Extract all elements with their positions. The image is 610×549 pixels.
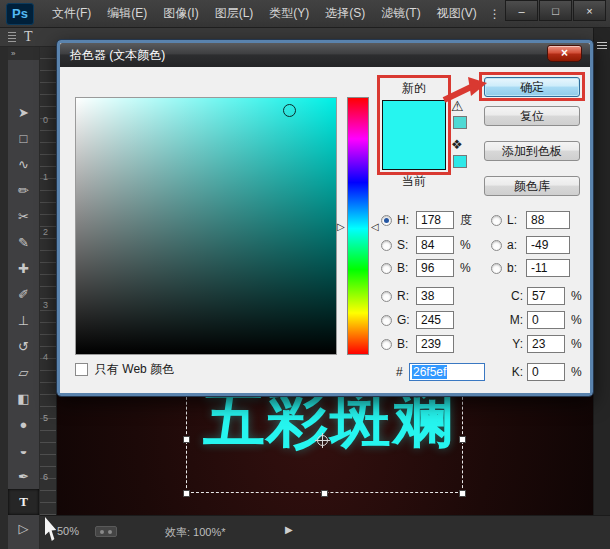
brush-tool[interactable]: ✐ <box>8 281 39 307</box>
type-tool[interactable]: T <box>8 489 39 515</box>
clone-stamp-tool[interactable]: ⊥ <box>8 307 39 333</box>
transform-handle-left[interactable] <box>183 436 190 443</box>
web-safe-swatch[interactable] <box>453 155 467 168</box>
cyan-input[interactable] <box>527 287 565 305</box>
type-tool-indicator-icon: T <box>24 29 33 45</box>
ruler-mark-6: 6 <box>43 472 48 482</box>
transform-handle-bottom-center[interactable] <box>321 490 328 497</box>
dialog-close-button[interactable]: × <box>547 45 582 62</box>
pen-tool[interactable]: ✒ <box>8 463 39 489</box>
brightness-radio[interactable] <box>381 263 392 274</box>
eraser-tool[interactable]: ▱ <box>8 359 39 385</box>
ruler-mark-3: 3 <box>43 300 48 310</box>
menu-overflow-icon[interactable]: ⋮ <box>489 7 501 21</box>
web-colors-only-row: 只有 Web 颜色 <box>75 361 174 378</box>
lab-b-radio[interactable] <box>491 263 502 274</box>
dodge-tool[interactable]: ◒ <box>8 437 39 463</box>
menu-file[interactable]: 文件(F) <box>52 5 91 22</box>
blue-row: B: <box>381 334 454 354</box>
transform-handle-right[interactable] <box>459 436 466 443</box>
vertical-ruler[interactable]: 0123456 <box>40 47 57 515</box>
hex-prefix: # <box>396 365 409 379</box>
lab-l-input[interactable] <box>526 211 570 229</box>
hue-label: H: <box>397 213 416 227</box>
saturation-radio[interactable] <box>381 240 392 251</box>
yellow-unit: % <box>571 337 582 351</box>
yellow-input[interactable] <box>527 335 565 353</box>
hue-radio[interactable] <box>381 215 392 226</box>
maximize-button[interactable]: □ <box>539 0 572 21</box>
minimize-button[interactable]: – <box>505 0 538 21</box>
brightness-input[interactable] <box>416 259 454 277</box>
blur-tool[interactable]: ● <box>8 411 39 437</box>
magenta-input[interactable] <box>527 311 565 329</box>
blue-input[interactable] <box>416 335 454 353</box>
saturation-brightness-field[interactable] <box>75 97 337 355</box>
red-input[interactable] <box>416 287 454 305</box>
web-colors-only-label: 只有 Web 颜色 <box>95 361 174 378</box>
green-row: G: <box>381 310 454 330</box>
status-options-arrow-icon[interactable]: ▶ <box>285 524 293 535</box>
zoom-level[interactable]: 50% <box>57 525 79 537</box>
reset-button[interactable]: 复位 <box>484 106 580 126</box>
saturation-input[interactable] <box>416 236 454 254</box>
red-radio[interactable] <box>381 291 392 302</box>
saturation-label: S: <box>397 238 416 252</box>
black-unit: % <box>571 365 582 379</box>
lab-a-input[interactable] <box>526 236 570 254</box>
move-tool[interactable]: ➤ <box>8 99 39 125</box>
yellow-row: Y: % <box>504 334 582 354</box>
history-brush-tool[interactable]: ↺ <box>8 333 39 359</box>
hex-input[interactable]: 26f5ef <box>409 363 485 381</box>
web-colors-only-checkbox[interactable] <box>75 363 88 376</box>
ruler-mark-1: 1 <box>43 172 48 182</box>
hue-slider[interactable] <box>347 97 369 355</box>
gamut-safe-swatch[interactable] <box>453 116 467 129</box>
lab-l-radio[interactable] <box>491 215 502 226</box>
menu-edit[interactable]: 编辑(E) <box>107 5 147 22</box>
black-input[interactable] <box>527 363 565 381</box>
green-input[interactable] <box>416 311 454 329</box>
lab-l-row: L: <box>491 210 570 230</box>
transform-handle-bottom-left[interactable] <box>183 490 190 497</box>
path-selection-tool[interactable]: ▷ <box>8 515 39 541</box>
right-panel-strip <box>593 28 610 543</box>
status-icon <box>95 526 117 537</box>
lab-b-input[interactable] <box>526 259 570 277</box>
ruler-mark-2: 2 <box>43 227 48 237</box>
color-libraries-button[interactable]: 颜色库 <box>484 176 580 196</box>
menu-layer[interactable]: 图层(L) <box>215 5 254 22</box>
lasso-tool[interactable]: ∿ <box>8 151 39 177</box>
transform-handle-bottom-right[interactable] <box>459 490 466 497</box>
menu-view[interactable]: 视图(V) <box>437 5 477 22</box>
green-radio[interactable] <box>381 315 392 326</box>
eyedropper-tool[interactable]: ✎ <box>8 229 39 255</box>
hue-slider-arrow-right-icon[interactable]: ◁ <box>371 221 379 232</box>
cyan-unit: % <box>571 289 582 303</box>
hue-input[interactable] <box>416 211 454 229</box>
add-to-swatches-button[interactable]: 添加到色板 <box>484 141 580 161</box>
color-field-marker[interactable] <box>283 104 296 117</box>
tool-preset-icon <box>8 32 16 43</box>
ruler-mark-0: 0 <box>43 115 48 125</box>
marquee-tool[interactable]: □ <box>8 125 39 151</box>
menu-type[interactable]: 类型(Y) <box>269 5 309 22</box>
lab-a-radio[interactable] <box>491 240 502 251</box>
menu-filter[interactable]: 滤镜(T) <box>381 5 420 22</box>
web-color-cube-icon: ❖ <box>451 137 463 152</box>
lab-b-row: b: <box>491 258 570 278</box>
saturation-unit: % <box>460 238 471 252</box>
hue-slider-arrow-left-icon[interactable]: ▷ <box>337 221 345 232</box>
toolbar-collapse-icon[interactable]: » <box>8 47 39 60</box>
crop-tool[interactable]: ✂ <box>8 203 39 229</box>
quick-selection-tool[interactable]: ✏ <box>8 177 39 203</box>
blue-radio[interactable] <box>381 339 392 350</box>
menu-select[interactable]: 选择(S) <box>325 5 365 22</box>
cyan-row: C: % <box>504 286 582 306</box>
menu-image[interactable]: 图像(I) <box>163 5 198 22</box>
lab-l-label: L: <box>507 213 526 227</box>
healing-brush-tool[interactable]: ✚ <box>8 255 39 281</box>
panel-menu-icon[interactable] <box>597 42 607 51</box>
window-close-button[interactable]: × <box>573 0 606 21</box>
gradient-tool[interactable]: ◧ <box>8 385 39 411</box>
